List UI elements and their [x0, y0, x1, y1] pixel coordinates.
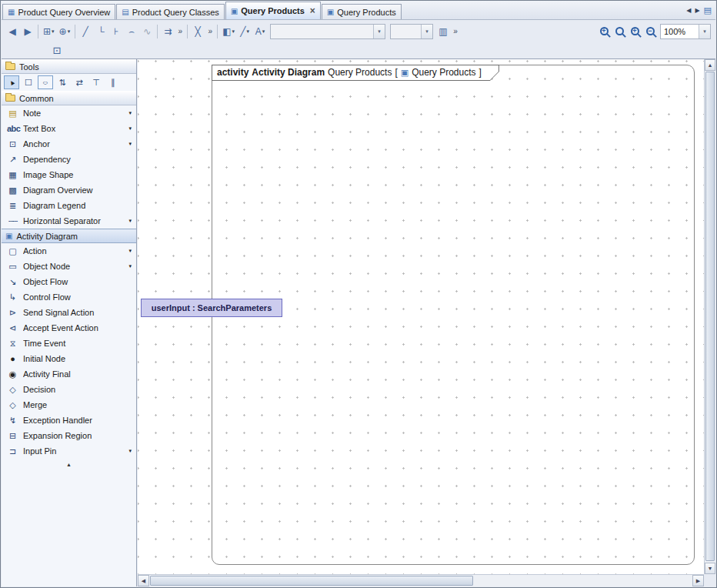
tools-palette: Tools ▲ ☐ ○ ⇅ ⇄ ⊤ ∥ Common ▤ Note ▾ abc …: [2, 59, 137, 586]
palette-item-horizontal-separator[interactable]: ┄┄ Horizontal Separator ▾: [2, 213, 136, 229]
tab-scroll-right-icon[interactable]: ▶: [695, 7, 699, 14]
straight-line-style-button[interactable]: ╱: [78, 23, 93, 40]
class-diagram-icon: ▤: [122, 8, 128, 16]
palette-item-time-event[interactable]: ⧖ Time Event: [2, 336, 136, 351]
palette-item-label: Initial Node: [23, 354, 134, 363]
tee-icon: ⊤: [92, 78, 100, 88]
horizontal-scrollbar-thumb[interactable]: [150, 576, 473, 586]
palette-item-anchor[interactable]: ⊡ Anchor ▾: [2, 136, 136, 152]
scroll-down-button[interactable]: ▼: [705, 563, 715, 574]
diagram-canvas[interactable]: activity Activity Diagram Query Products…: [138, 59, 704, 574]
palette-item-label: Send Signal Action: [23, 308, 134, 317]
palette-item-merge[interactable]: ◇ Merge: [2, 397, 136, 413]
forward-button[interactable]: ▶: [20, 23, 35, 40]
vertical-align-tool-button[interactable]: ⇅: [55, 75, 70, 89]
marquee-tool-button[interactable]: ☐: [21, 75, 36, 89]
tree-line-style-button[interactable]: ⊦: [108, 23, 124, 40]
resize-tool-button[interactable]: ⊤: [88, 75, 104, 89]
palette-item-accept-event-action[interactable]: ⊲ Accept Event Action: [2, 320, 136, 336]
zoom-fit-button[interactable]: [612, 23, 627, 40]
palette-item-send-signal-action[interactable]: ⊳ Send Signal Action: [2, 305, 136, 320]
vertical-scrollbar-thumb[interactable]: [705, 72, 715, 561]
oval-tool-button[interactable]: ○: [38, 75, 53, 89]
font-size-combobox[interactable]: ▾: [390, 24, 433, 39]
palette-item-decision[interactable]: ◇ Decision: [2, 382, 136, 397]
rectilinear-line-style-button[interactable]: └: [93, 23, 108, 40]
tab-product-query-overview[interactable]: ▦ Product Query Overview: [2, 4, 115, 19]
oblique-line-style-button[interactable]: ∿: [139, 23, 155, 40]
diagram-overview-icon: ▩: [7, 185, 18, 195]
common-section-header[interactable]: Common: [2, 91, 136, 105]
palette-item-dependency[interactable]: ↗ Dependency: [2, 152, 136, 167]
paths-icon: ⇉: [164, 26, 172, 37]
horizontal-scrollbar[interactable]: ◀ ▶: [138, 574, 704, 586]
palette-item-text-box[interactable]: abc Text Box ▾: [2, 121, 136, 136]
chevron-down-icon[interactable]: ▾: [421, 25, 432, 38]
zoom-level-combobox[interactable]: 100% ▾: [660, 24, 711, 39]
chevron-down-icon[interactable]: ▾: [128, 110, 134, 116]
back-button[interactable]: ◀: [5, 23, 20, 40]
edit-overflow-button[interactable]: »: [205, 23, 215, 40]
scroll-right-button[interactable]: ▶: [692, 575, 704, 586]
action-icon: ▢: [7, 246, 18, 256]
zoom-in-button[interactable]: +: [596, 23, 612, 40]
font-style-combobox[interactable]: ▾: [270, 24, 385, 39]
palette-item-object-flow[interactable]: ↘ Object Flow: [2, 274, 136, 289]
palette-item-diagram-legend[interactable]: ≣ Diagram Legend: [2, 198, 136, 213]
horizontal-align-tool-button[interactable]: ⇄: [72, 75, 87, 89]
fill-color-button[interactable]: ◧ ▾: [220, 23, 237, 40]
palette-item-object-node[interactable]: ▭ Object Node ▾: [2, 259, 136, 274]
vertical-scrollbar[interactable]: ▲ ▼: [704, 59, 715, 574]
palette-item-exception-handler[interactable]: ↯ Exception Handler: [2, 413, 136, 428]
palette-scroll-up-button[interactable]: ▲: [2, 459, 136, 469]
palette-item-expansion-region[interactable]: ⊟ Expansion Region: [2, 428, 136, 443]
tab-scroll-left-icon[interactable]: ◀: [686, 7, 691, 14]
cut-paths-button[interactable]: ╳: [190, 23, 205, 40]
palette-item-image-shape[interactable]: ▦ Image Shape: [2, 167, 136, 182]
add-element-button[interactable]: ⊕ ▾: [57, 23, 73, 40]
chevron-down-icon[interactable]: ▾: [128, 248, 134, 254]
palette-item-action[interactable]: ▢ Action ▾: [2, 243, 136, 259]
chevron-down-icon[interactable]: ▾: [699, 25, 710, 38]
activity-diagram-icon: ▣: [327, 8, 334, 16]
zoom-selection-button[interactable]: +: [627, 23, 642, 40]
swimlane-tool-button[interactable]: ∥: [105, 75, 121, 89]
tools-section-header[interactable]: Tools: [2, 59, 136, 74]
chevron-down-icon[interactable]: ▾: [128, 448, 134, 454]
zoom-out-button[interactable]: −: [642, 23, 658, 40]
palette-item-input-pin[interactable]: ⊐ Input Pin ▾: [2, 443, 136, 459]
pointer-tool-button[interactable]: ▲: [4, 75, 19, 89]
scroll-up-button[interactable]: ▲: [705, 59, 715, 71]
chevron-down-icon[interactable]: ▾: [128, 125, 134, 132]
path-tools-overflow-button[interactable]: »: [175, 23, 185, 40]
chevron-down-icon[interactable]: ▾: [128, 141, 134, 147]
diagram-grid-button[interactable]: ⊡: [49, 42, 65, 58]
line-color-button[interactable]: ╱ ▾: [237, 23, 252, 40]
containment-tree-button[interactable]: ⊞ ▾: [41, 23, 57, 40]
activity-diagram-section-header[interactable]: ▣ Activity Diagram: [2, 229, 136, 243]
palette-item-initial-node[interactable]: ● Initial Node: [2, 351, 136, 366]
frame-header[interactable]: activity Activity Diagram Query Products…: [212, 65, 499, 81]
path-tools-button[interactable]: ⇉: [160, 23, 175, 40]
font-color-button[interactable]: A ▾: [252, 23, 268, 40]
scroll-left-button[interactable]: ◀: [138, 575, 149, 586]
palette-item-activity-final[interactable]: ◉ Activity Final: [2, 366, 136, 382]
toolbar-overflow-button[interactable]: »: [451, 23, 460, 40]
tab-product-query-classes[interactable]: ▤ Product Query Classes: [116, 4, 225, 19]
tree-line-icon: ⊦: [114, 26, 118, 37]
palette-item-control-flow[interactable]: ↳ Control Flow: [2, 289, 136, 305]
window-list-icon[interactable]: ▤: [704, 5, 712, 15]
toolbar-separator: [187, 25, 188, 38]
chevron-down-icon[interactable]: ▾: [373, 25, 385, 38]
tab-query-products-active[interactable]: ▣ Query Products ×: [225, 2, 321, 19]
close-icon[interactable]: ×: [310, 7, 315, 15]
chevron-down-icon[interactable]: ▾: [128, 218, 134, 224]
tab-query-products[interactable]: ▣ Query Products: [322, 4, 402, 19]
curved-line-style-button[interactable]: ⌢: [124, 23, 139, 40]
palette-item-note[interactable]: ▤ Note ▾: [2, 105, 136, 121]
insert-image-button[interactable]: ▥: [435, 23, 451, 40]
palette-item-diagram-overview[interactable]: ▩ Diagram Overview: [2, 182, 136, 198]
object-node-userinput[interactable]: userInput : SearchParameters: [141, 299, 282, 317]
right-arrow-icon: ▶: [696, 578, 700, 584]
chevron-down-icon[interactable]: ▾: [128, 263, 134, 269]
